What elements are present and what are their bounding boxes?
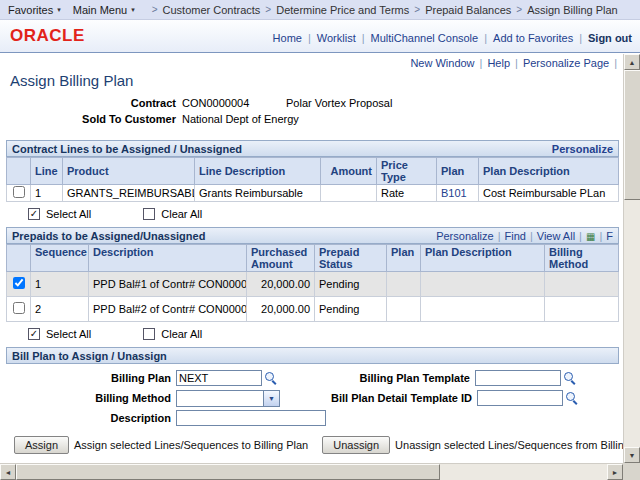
- empty-box-icon: [143, 208, 155, 220]
- row-select-checkbox[interactable]: [13, 277, 25, 289]
- favorites-label: Favorites: [8, 4, 53, 16]
- column-header-plan-description: Plan Description: [479, 158, 619, 185]
- sign-out-link[interactable]: Sign out: [573, 32, 632, 44]
- cell-amount: [321, 185, 377, 202]
- bill-plan-section: Bill Plan to Assign / Unassign Billing P…: [6, 347, 619, 454]
- lookup-icon[interactable]: [565, 391, 579, 405]
- main-menu[interactable]: Main Menu ▾: [73, 4, 135, 16]
- checked-box-icon: ✓: [28, 208, 40, 220]
- select-all-label: Select All: [46, 328, 91, 340]
- billing-plan-input[interactable]: [176, 370, 262, 386]
- new-window-link[interactable]: New Window: [410, 57, 474, 69]
- application-window: Favorites ▾ Main Menu ▾ > Customer Contr…: [0, 0, 640, 480]
- contract-lines-select-actions: ✓ Select All Clear All: [28, 207, 619, 221]
- cell-plan: [387, 272, 421, 297]
- contract-lines-table: Line Product Line Description Amount Pri…: [6, 157, 619, 202]
- page-utility-links: New Window Help Personalize Page: [0, 54, 623, 69]
- breadcrumb-separator: >: [414, 4, 420, 15]
- cell-sequence: 1: [31, 272, 89, 297]
- contract-lines-header: Contract Lines to be Assigned / Unassign…: [6, 140, 619, 157]
- page-title: Assign Billing Plan: [10, 72, 623, 89]
- personalize-page-link[interactable]: Personalize Page: [510, 57, 609, 69]
- scroll-up-button[interactable]: ▲: [624, 54, 640, 70]
- breadcrumb-separator: >: [152, 4, 158, 15]
- cell-billing-method: [545, 272, 619, 297]
- vertical-scroll-thumb[interactable]: [624, 70, 640, 200]
- horizontal-scroll-thumb[interactable]: [16, 464, 440, 480]
- billing-method-dropdown[interactable]: ▼: [176, 390, 280, 407]
- app-header: ORACLE Home Worklist MultiChannel Consol…: [0, 20, 640, 53]
- worklist-link[interactable]: Worklist: [302, 32, 356, 44]
- plan-link[interactable]: B101: [441, 187, 467, 199]
- cell-plan-description: [421, 272, 545, 297]
- add-to-favorites-link[interactable]: Add to Favorites: [478, 32, 573, 44]
- column-header-line-description: Line Description: [195, 158, 321, 185]
- row-select-checkbox[interactable]: [13, 302, 25, 314]
- breadcrumb-item-assign-billing-plan[interactable]: Assign Billing Plan: [527, 4, 618, 16]
- cell-billing-method: [545, 297, 619, 322]
- contract-lines-personalize-link[interactable]: Personalize: [552, 143, 613, 155]
- scroll-left-button[interactable]: ◄: [0, 464, 16, 480]
- column-header-plan: Plan: [387, 245, 421, 272]
- lookup-icon[interactable]: [563, 371, 577, 385]
- table-row: 2 PPD Bal#2 of Contr# CON0000004 20,000.…: [7, 297, 619, 322]
- scroll-right-button[interactable]: ►: [607, 464, 623, 480]
- clear-all-link[interactable]: Clear All: [143, 208, 202, 220]
- select-all-link[interactable]: ✓ Select All: [28, 328, 91, 340]
- view-all-link[interactable]: View All: [537, 230, 575, 242]
- help-link[interactable]: Help: [475, 57, 510, 69]
- find-link[interactable]: Find: [505, 230, 526, 242]
- arrow-right-icon: ►: [612, 469, 619, 476]
- favorites-menu[interactable]: Favorites ▾: [8, 4, 61, 16]
- sold-to-customer-value: National Dept of Energy: [182, 113, 299, 125]
- contract-name: Polar Vortex Proposal: [286, 97, 392, 109]
- lookup-icon[interactable]: [264, 371, 278, 385]
- bill-plan-fields: Billing Plan Billing Plan Template Billi…: [6, 364, 619, 430]
- bill-plan-detail-template-label: Bill Plan Detail Template ID: [280, 392, 477, 404]
- vertical-scrollbar[interactable]: ▲ ▼: [623, 54, 640, 463]
- breadcrumb-item-determine-price[interactable]: Determine Price and Terms: [276, 4, 409, 16]
- billing-plan-template-input[interactable]: [475, 370, 561, 386]
- download-grid-icon[interactable]: ▦: [586, 231, 595, 242]
- arrow-up-icon: ▲: [629, 59, 636, 66]
- cell-line: 1: [31, 185, 63, 202]
- page-content: New Window Help Personalize Page Assign …: [0, 54, 623, 463]
- assign-hint: Assign selected Lines/Sequences to Billi…: [74, 439, 308, 451]
- contract-lines-title: Contract Lines to be Assigned / Unassign…: [12, 143, 242, 155]
- assign-actions: Assign Assign selected Lines/Sequences t…: [14, 436, 619, 454]
- breadcrumb-item-prepaid-balances[interactable]: Prepaid Balances: [425, 4, 511, 16]
- description-input[interactable]: [176, 410, 326, 426]
- billing-method-label: Billing Method: [6, 392, 176, 404]
- table-row: 1 PPD Bal#1 of Contr# CON0000004 20,000.…: [7, 272, 619, 297]
- cell-price-type: Rate: [377, 185, 437, 202]
- prepaids-personalize-link[interactable]: Personalize: [436, 230, 493, 242]
- scroll-down-button[interactable]: ▼: [624, 447, 640, 463]
- clear-all-link[interactable]: Clear All: [143, 328, 202, 340]
- column-header-plan: Plan: [437, 158, 479, 185]
- column-header-line: Line: [31, 158, 63, 185]
- breadcrumb-separator: >: [265, 4, 271, 15]
- assign-button[interactable]: Assign: [14, 436, 69, 454]
- select-all-link[interactable]: ✓ Select All: [28, 208, 91, 220]
- home-link[interactable]: Home: [273, 32, 302, 44]
- cell-plan-description: [421, 297, 545, 322]
- cell-description: PPD Bal#2 of Contr# CON0000004: [89, 297, 247, 322]
- column-header-billing-method: Billing Method: [545, 245, 619, 272]
- contract-id: CON0000004: [182, 97, 286, 109]
- unassign-button[interactable]: Unassign: [322, 436, 390, 454]
- description-label: Description: [6, 412, 176, 424]
- horizontal-scrollbar[interactable]: ◄ ►: [0, 463, 623, 480]
- column-header-purchased-amount: Purchased Amount: [247, 245, 315, 272]
- dropdown-arrow-icon[interactable]: ▼: [263, 391, 279, 406]
- breadcrumb: Favorites ▾ Main Menu ▾ > Customer Contr…: [0, 0, 640, 20]
- first-link[interactable]: F: [606, 230, 613, 242]
- bill-plan-detail-template-input[interactable]: [477, 390, 563, 406]
- cell-prepaid-status: Pending: [315, 297, 387, 322]
- bill-plan-title: Bill Plan to Assign / Unassign: [12, 350, 167, 362]
- breadcrumb-item-customer-contracts[interactable]: Customer Contracts: [163, 4, 261, 16]
- row-select-checkbox[interactable]: [13, 186, 25, 198]
- contract-label: Contract: [0, 97, 182, 109]
- multichannel-console-link[interactable]: MultiChannel Console: [356, 32, 478, 44]
- billing-plan-label: Billing Plan: [6, 372, 176, 384]
- empty-box-icon: [143, 328, 155, 340]
